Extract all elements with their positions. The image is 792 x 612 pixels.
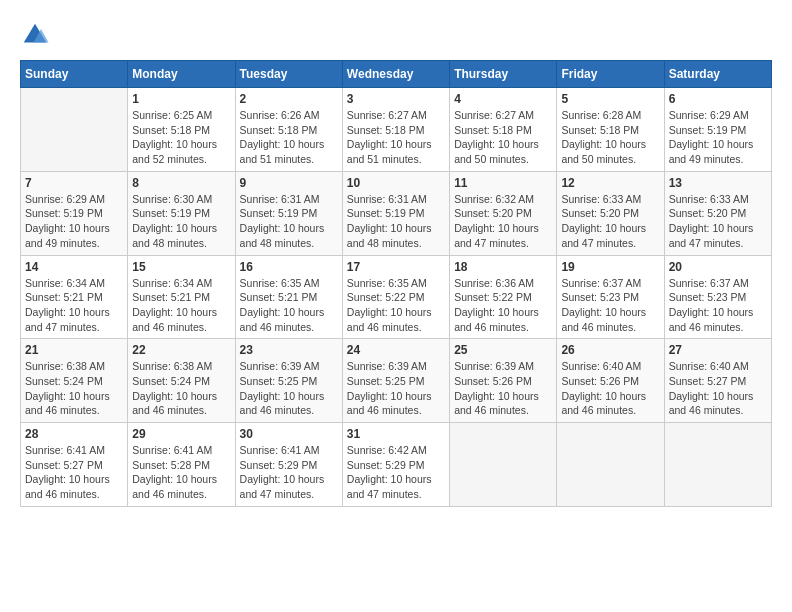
- weekday-header-monday: Monday: [128, 61, 235, 88]
- calendar-cell: 26Sunrise: 6:40 AMSunset: 5:26 PMDayligh…: [557, 339, 664, 423]
- day-number: 6: [669, 92, 767, 106]
- day-number: 12: [561, 176, 659, 190]
- calendar-cell: 8Sunrise: 6:30 AMSunset: 5:19 PMDaylight…: [128, 171, 235, 255]
- day-number: 21: [25, 343, 123, 357]
- calendar-week-2: 7Sunrise: 6:29 AMSunset: 5:19 PMDaylight…: [21, 171, 772, 255]
- day-info: Sunrise: 6:35 AMSunset: 5:21 PMDaylight:…: [240, 276, 338, 335]
- day-number: 11: [454, 176, 552, 190]
- weekday-header-friday: Friday: [557, 61, 664, 88]
- day-info: Sunrise: 6:38 AMSunset: 5:24 PMDaylight:…: [25, 359, 123, 418]
- day-info: Sunrise: 6:40 AMSunset: 5:27 PMDaylight:…: [669, 359, 767, 418]
- calendar-cell: [557, 423, 664, 507]
- calendar-cell: 19Sunrise: 6:37 AMSunset: 5:23 PMDayligh…: [557, 255, 664, 339]
- day-number: 24: [347, 343, 445, 357]
- calendar-week-4: 21Sunrise: 6:38 AMSunset: 5:24 PMDayligh…: [21, 339, 772, 423]
- calendar-cell: 5Sunrise: 6:28 AMSunset: 5:18 PMDaylight…: [557, 88, 664, 172]
- day-info: Sunrise: 6:41 AMSunset: 5:27 PMDaylight:…: [25, 443, 123, 502]
- calendar-cell: 7Sunrise: 6:29 AMSunset: 5:19 PMDaylight…: [21, 171, 128, 255]
- day-number: 27: [669, 343, 767, 357]
- day-info: Sunrise: 6:38 AMSunset: 5:24 PMDaylight:…: [132, 359, 230, 418]
- calendar-cell: 16Sunrise: 6:35 AMSunset: 5:21 PMDayligh…: [235, 255, 342, 339]
- calendar-cell: 24Sunrise: 6:39 AMSunset: 5:25 PMDayligh…: [342, 339, 449, 423]
- day-info: Sunrise: 6:35 AMSunset: 5:22 PMDaylight:…: [347, 276, 445, 335]
- day-number: 2: [240, 92, 338, 106]
- calendar-cell: 2Sunrise: 6:26 AMSunset: 5:18 PMDaylight…: [235, 88, 342, 172]
- day-number: 22: [132, 343, 230, 357]
- calendar-body: 1Sunrise: 6:25 AMSunset: 5:18 PMDaylight…: [21, 88, 772, 507]
- calendar-cell: 18Sunrise: 6:36 AMSunset: 5:22 PMDayligh…: [450, 255, 557, 339]
- day-number: 13: [669, 176, 767, 190]
- day-number: 8: [132, 176, 230, 190]
- day-info: Sunrise: 6:39 AMSunset: 5:25 PMDaylight:…: [347, 359, 445, 418]
- calendar-cell: 22Sunrise: 6:38 AMSunset: 5:24 PMDayligh…: [128, 339, 235, 423]
- calendar-cell: 11Sunrise: 6:32 AMSunset: 5:20 PMDayligh…: [450, 171, 557, 255]
- day-info: Sunrise: 6:34 AMSunset: 5:21 PMDaylight:…: [25, 276, 123, 335]
- day-number: 9: [240, 176, 338, 190]
- calendar-cell: 21Sunrise: 6:38 AMSunset: 5:24 PMDayligh…: [21, 339, 128, 423]
- weekday-header-thursday: Thursday: [450, 61, 557, 88]
- day-number: 18: [454, 260, 552, 274]
- calendar-week-1: 1Sunrise: 6:25 AMSunset: 5:18 PMDaylight…: [21, 88, 772, 172]
- calendar-cell: 9Sunrise: 6:31 AMSunset: 5:19 PMDaylight…: [235, 171, 342, 255]
- weekday-header-tuesday: Tuesday: [235, 61, 342, 88]
- day-number: 19: [561, 260, 659, 274]
- calendar-cell: 6Sunrise: 6:29 AMSunset: 5:19 PMDaylight…: [664, 88, 771, 172]
- day-number: 29: [132, 427, 230, 441]
- day-number: 10: [347, 176, 445, 190]
- day-number: 31: [347, 427, 445, 441]
- day-number: 16: [240, 260, 338, 274]
- weekday-header-saturday: Saturday: [664, 61, 771, 88]
- day-info: Sunrise: 6:41 AMSunset: 5:29 PMDaylight:…: [240, 443, 338, 502]
- calendar-cell: 23Sunrise: 6:39 AMSunset: 5:25 PMDayligh…: [235, 339, 342, 423]
- day-number: 26: [561, 343, 659, 357]
- day-number: 1: [132, 92, 230, 106]
- calendar-cell: 31Sunrise: 6:42 AMSunset: 5:29 PMDayligh…: [342, 423, 449, 507]
- day-info: Sunrise: 6:28 AMSunset: 5:18 PMDaylight:…: [561, 108, 659, 167]
- calendar-cell: 10Sunrise: 6:31 AMSunset: 5:19 PMDayligh…: [342, 171, 449, 255]
- calendar-week-5: 28Sunrise: 6:41 AMSunset: 5:27 PMDayligh…: [21, 423, 772, 507]
- day-info: Sunrise: 6:31 AMSunset: 5:19 PMDaylight:…: [347, 192, 445, 251]
- day-number: 20: [669, 260, 767, 274]
- day-info: Sunrise: 6:27 AMSunset: 5:18 PMDaylight:…: [347, 108, 445, 167]
- weekday-header-row: SundayMondayTuesdayWednesdayThursdayFrid…: [21, 61, 772, 88]
- page-header: [20, 20, 772, 50]
- day-info: Sunrise: 6:31 AMSunset: 5:19 PMDaylight:…: [240, 192, 338, 251]
- calendar-cell: 13Sunrise: 6:33 AMSunset: 5:20 PMDayligh…: [664, 171, 771, 255]
- calendar-cell: [21, 88, 128, 172]
- calendar-cell: 15Sunrise: 6:34 AMSunset: 5:21 PMDayligh…: [128, 255, 235, 339]
- day-info: Sunrise: 6:32 AMSunset: 5:20 PMDaylight:…: [454, 192, 552, 251]
- weekday-header-sunday: Sunday: [21, 61, 128, 88]
- day-number: 14: [25, 260, 123, 274]
- calendar-cell: 17Sunrise: 6:35 AMSunset: 5:22 PMDayligh…: [342, 255, 449, 339]
- day-info: Sunrise: 6:26 AMSunset: 5:18 PMDaylight:…: [240, 108, 338, 167]
- calendar-cell: [450, 423, 557, 507]
- calendar-table: SundayMondayTuesdayWednesdayThursdayFrid…: [20, 60, 772, 507]
- day-number: 3: [347, 92, 445, 106]
- calendar-cell: 12Sunrise: 6:33 AMSunset: 5:20 PMDayligh…: [557, 171, 664, 255]
- day-number: 4: [454, 92, 552, 106]
- day-info: Sunrise: 6:27 AMSunset: 5:18 PMDaylight:…: [454, 108, 552, 167]
- day-number: 25: [454, 343, 552, 357]
- day-info: Sunrise: 6:33 AMSunset: 5:20 PMDaylight:…: [561, 192, 659, 251]
- calendar-cell: 1Sunrise: 6:25 AMSunset: 5:18 PMDaylight…: [128, 88, 235, 172]
- day-info: Sunrise: 6:39 AMSunset: 5:25 PMDaylight:…: [240, 359, 338, 418]
- calendar-cell: 29Sunrise: 6:41 AMSunset: 5:28 PMDayligh…: [128, 423, 235, 507]
- day-number: 23: [240, 343, 338, 357]
- day-info: Sunrise: 6:33 AMSunset: 5:20 PMDaylight:…: [669, 192, 767, 251]
- day-info: Sunrise: 6:30 AMSunset: 5:19 PMDaylight:…: [132, 192, 230, 251]
- day-number: 30: [240, 427, 338, 441]
- day-number: 28: [25, 427, 123, 441]
- day-info: Sunrise: 6:37 AMSunset: 5:23 PMDaylight:…: [561, 276, 659, 335]
- day-number: 17: [347, 260, 445, 274]
- weekday-header-wednesday: Wednesday: [342, 61, 449, 88]
- logo-icon: [20, 20, 50, 50]
- calendar-cell: 25Sunrise: 6:39 AMSunset: 5:26 PMDayligh…: [450, 339, 557, 423]
- logo: [20, 20, 52, 50]
- calendar-cell: 27Sunrise: 6:40 AMSunset: 5:27 PMDayligh…: [664, 339, 771, 423]
- day-info: Sunrise: 6:40 AMSunset: 5:26 PMDaylight:…: [561, 359, 659, 418]
- day-number: 15: [132, 260, 230, 274]
- day-info: Sunrise: 6:36 AMSunset: 5:22 PMDaylight:…: [454, 276, 552, 335]
- calendar-cell: 28Sunrise: 6:41 AMSunset: 5:27 PMDayligh…: [21, 423, 128, 507]
- calendar-cell: 4Sunrise: 6:27 AMSunset: 5:18 PMDaylight…: [450, 88, 557, 172]
- calendar-cell: 3Sunrise: 6:27 AMSunset: 5:18 PMDaylight…: [342, 88, 449, 172]
